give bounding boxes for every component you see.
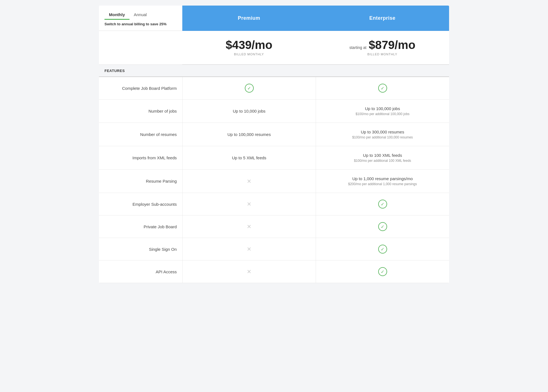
billing-toggle: Monthly Annual — [104, 10, 177, 19]
save-text: Switch to annual billing to save 25% — [104, 22, 177, 26]
feature-premium-value: Up to 10,000 jobs — [233, 109, 266, 113]
feature-enterprise-0: ✓ — [316, 77, 449, 100]
feature-premium-5: ✕ — [182, 193, 316, 215]
feature-enterprise-4: Up to 1,000 resume parsings/mo$200/mo pe… — [316, 170, 449, 193]
check-icon: ✓ — [378, 267, 387, 276]
x-icon: ✕ — [247, 178, 251, 185]
premium-price-cell: $439/mo BILLED MONTHLY — [182, 31, 316, 65]
features-header: FEATURES — [99, 65, 449, 77]
feature-premium-0: ✓ — [182, 77, 316, 100]
check-icon: ✓ — [378, 84, 387, 93]
monthly-toggle-button[interactable]: Monthly — [104, 10, 129, 19]
feature-premium-3: Up to 5 XML feeds — [182, 146, 316, 170]
feature-name-6: Private Job Board — [99, 215, 182, 238]
check-icon: ✓ — [245, 84, 254, 93]
feature-name-4: Resume Parsing — [99, 170, 182, 193]
feature-enterprise-value: Up to 300,000 resumes — [361, 130, 404, 134]
feature-enterprise-secondary: $100/mo per additional 100,000 resumes — [352, 135, 413, 139]
feature-premium-6: ✕ — [182, 215, 316, 238]
feature-enterprise-5: ✓ — [316, 193, 449, 215]
feature-premium-value: Up to 100,000 resumes — [228, 132, 271, 137]
enterprise-price-prefix: starting at — [349, 45, 366, 50]
feature-premium-value: Up to 5 XML feeds — [232, 155, 266, 160]
feature-name-8: API Access — [99, 260, 182, 283]
premium-title: Premium — [238, 15, 260, 21]
price-left-empty — [99, 31, 182, 65]
enterprise-price: $879/mo — [369, 39, 415, 51]
feature-premium-8: ✕ — [182, 260, 316, 283]
feature-name-7: Single Sign On — [99, 238, 182, 260]
feature-enterprise-secondary: $200/mo per additional 1,000 resume pars… — [348, 182, 417, 186]
enterprise-billing: BILLED MONTHLY — [367, 53, 397, 56]
feature-enterprise-2: Up to 300,000 resumes$100/mo per additio… — [316, 123, 449, 146]
feature-enterprise-value: Up to 100 XML feeds — [363, 153, 402, 158]
feature-enterprise-1: Up to 100,000 jobs$100/mo per additional… — [316, 100, 449, 123]
enterprise-header: Enterprise — [316, 6, 449, 31]
check-icon: ✓ — [378, 222, 387, 231]
feature-enterprise-value: Up to 1,000 resume parsings/mo — [352, 176, 413, 181]
x-icon: ✕ — [247, 223, 251, 230]
feature-premium-1: Up to 10,000 jobs — [182, 100, 316, 123]
feature-enterprise-7: ✓ — [316, 238, 449, 260]
feature-enterprise-secondary: $100/mo per additional 100 XML feeds — [354, 159, 411, 163]
feature-name-2: Number of resumes — [99, 123, 182, 146]
feature-enterprise-6: ✓ — [316, 215, 449, 238]
feature-premium-2: Up to 100,000 resumes — [182, 123, 316, 146]
feature-premium-4: ✕ — [182, 170, 316, 193]
feature-name-0: Complete Job Board Platform — [99, 77, 182, 100]
enterprise-price-cell: starting at $879/mo BILLED MONTHLY — [316, 31, 449, 65]
check-icon: ✓ — [378, 200, 387, 209]
feature-name-3: Imports from XML feeds — [99, 146, 182, 170]
x-icon: ✕ — [247, 268, 251, 275]
enterprise-price-wrap: starting at $879/mo — [349, 39, 415, 51]
x-icon: ✕ — [247, 201, 251, 207]
billing-toggle-container: Monthly Annual Switch to annual billing … — [99, 6, 182, 31]
features-label: FEATURES — [104, 69, 125, 73]
check-icon: ✓ — [378, 245, 387, 254]
feature-name-5: Employer Sub-accounts — [99, 193, 182, 215]
feature-enterprise-secondary: $100/mo per additional 100,000 jobs — [355, 112, 409, 116]
premium-header: Premium — [182, 6, 316, 31]
premium-billing: BILLED MONTHLY — [234, 53, 264, 56]
feature-enterprise-value: Up to 100,000 jobs — [365, 106, 400, 111]
premium-price: $439/mo — [226, 39, 272, 51]
x-icon: ✕ — [247, 246, 251, 252]
enterprise-title: Enterprise — [369, 15, 395, 21]
feature-name-1: Number of jobs — [99, 100, 182, 123]
feature-enterprise-8: ✓ — [316, 260, 449, 283]
feature-premium-7: ✕ — [182, 238, 316, 260]
annual-toggle-button[interactable]: Annual — [129, 10, 151, 19]
feature-enterprise-3: Up to 100 XML feeds$100/mo per additiona… — [316, 146, 449, 170]
